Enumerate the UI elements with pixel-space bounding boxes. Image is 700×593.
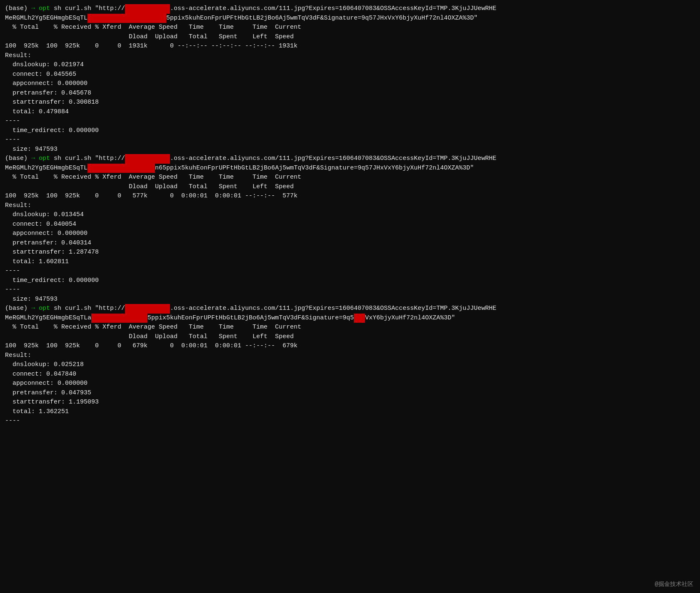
stat-1-2: connect: 0.045565: [5, 70, 695, 80]
table-header-1b: Dload Upload Total Spent Left Speed: [5, 32, 695, 42]
stat-1-1: dnslookup: 0.021974: [5, 60, 695, 70]
stat-2-3: appconnect: 0.000000: [5, 229, 695, 239]
stat-1-7: time_redirect: 0.000000: [5, 126, 695, 136]
table-header-3a: % Total % Received % Xferd Average Speed…: [5, 323, 695, 332]
command-block-2: (base) → opt sh curl.sh "http://████████…: [5, 154, 695, 304]
sep-1-2: ----: [5, 135, 695, 145]
command-line-3: (base) → opt sh curl.sh "http://████████…: [5, 304, 695, 314]
table-header-2a: % Total % Received % Xferd Average Speed…: [5, 173, 695, 182]
command-line-1: (base) → opt sh curl.sh "http://████████…: [5, 4, 695, 14]
stat-1-3: appconnect: 0.000000: [5, 79, 695, 89]
stat-1-5: starttransfer: 0.300818: [5, 98, 695, 107]
command-line-2: (base) → opt sh curl.sh "http://████████…: [5, 154, 695, 164]
stat-2-4: pretransfer: 0.040314: [5, 239, 695, 248]
command-line-1b: MeRGMLh2Yg5EGHmgbESqTL██████████████████…: [5, 14, 695, 23]
command-line-3b: MeRGMLh2Yg5EGHmgbESqTLa███████████████5p…: [5, 314, 695, 323]
table-row-3: 100 925k 100 925k 0 0 679k 0 0:00:01 0:0…: [5, 341, 695, 351]
sep-2-1: ----: [5, 267, 695, 276]
result-label-1: Result:: [5, 51, 695, 61]
stat-3-3: appconnect: 0.000000: [5, 379, 695, 389]
result-label-2: Result:: [5, 201, 695, 211]
sep-2-2: ----: [5, 285, 695, 295]
stat-2-2: connect: 0.040054: [5, 220, 695, 229]
terminal-container: (base) → opt sh curl.sh "http://████████…: [5, 4, 695, 426]
stat-1-8: size: 947593: [5, 145, 695, 154]
stat-3-5: starttransfer: 1.195093: [5, 398, 695, 407]
table-header-3b: Dload Upload Total Spent Left Speed: [5, 332, 695, 342]
stat-2-6: total: 1.602811: [5, 257, 695, 267]
stat-3-1: dnslookup: 0.025218: [5, 360, 695, 370]
stat-2-7: time_redirect: 0.000000: [5, 276, 695, 286]
stat-2-5: starttransfer: 1.287478: [5, 248, 695, 257]
watermark: @掘金技术社区: [655, 580, 693, 589]
stat-2-8: size: 947593: [5, 295, 695, 304]
stat-1-6: total: 0.479884: [5, 107, 695, 117]
command-block-3: (base) → opt sh curl.sh "http://████████…: [5, 304, 695, 426]
stat-3-6: total: 1.362251: [5, 407, 695, 417]
sep-3-1: ----: [5, 416, 695, 426]
command-block-1: (base) → opt sh curl.sh "http://████████…: [5, 4, 695, 154]
result-label-3: Result:: [5, 351, 695, 361]
sep-1-1: ----: [5, 117, 695, 126]
table-row-1: 100 925k 100 925k 0 0 1931k 0 --:--:-- -…: [5, 42, 695, 51]
table-header-1a: % Total % Received % Xferd Average Speed…: [5, 23, 695, 32]
command-line-2b: MeRGMLh2Yg5EGHmgbESqTL██████████████████…: [5, 164, 695, 173]
stat-3-4: pretransfer: 0.047935: [5, 389, 695, 398]
table-row-2: 100 925k 100 925k 0 0 577k 0 0:00:01 0:0…: [5, 192, 695, 201]
stat-1-4: pretransfer: 0.045678: [5, 89, 695, 98]
table-header-2b: Dload Upload Total Spent Left Speed: [5, 182, 695, 192]
stat-2-1: dnslookup: 0.013454: [5, 210, 695, 220]
stat-3-2: connect: 0.047840: [5, 370, 695, 379]
